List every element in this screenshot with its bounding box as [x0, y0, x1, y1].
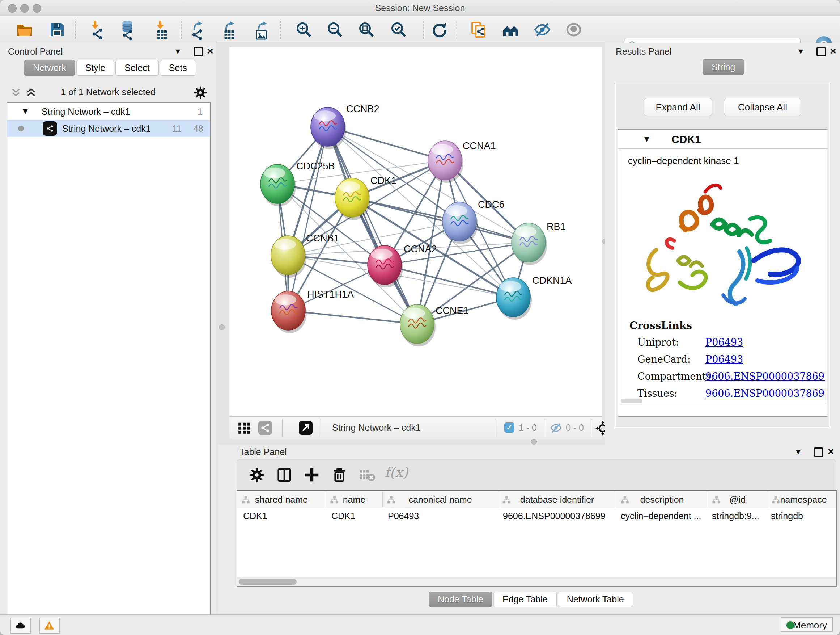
cell--id[interactable]: stringdb:9... [706, 508, 765, 524]
cloud-button[interactable] [10, 618, 31, 633]
cell-description[interactable]: cyclin–dependent ... [615, 508, 706, 524]
detach-view-icon[interactable] [299, 421, 313, 435]
network-edge-HIST1H1A-CCNE1[interactable] [288, 310, 417, 324]
string-home-icon[interactable] [502, 21, 519, 38]
import-database-arrow-icon[interactable] [122, 29, 134, 41]
column-header-database-identifier[interactable]: database identifier [498, 491, 616, 508]
tab-network-table[interactable]: Network Table [558, 592, 633, 607]
cell-name[interactable]: CDK1 [325, 508, 382, 524]
table-row[interactable]: CDK1CDK1P064939606.ENSP00000378699cyclin… [237, 508, 837, 524]
crosslink-label: Tissues: [638, 388, 677, 399]
network-row[interactable]: String Network – cdk1 11 48 [7, 120, 210, 137]
cell-canonical-name[interactable]: P06493 [382, 508, 497, 524]
tab-select[interactable]: Select [115, 60, 158, 76]
results-panel: Results Panel ▾ × String Expand All Coll… [605, 43, 840, 445]
gene-expander-icon[interactable]: ▼ [643, 134, 651, 144]
table-panel-menu-icon[interactable]: ▾ [796, 446, 801, 457]
import-table-icon[interactable] [156, 28, 169, 41]
collapse-all-button[interactable]: Collapse All [724, 98, 801, 116]
crosslink-link[interactable]: 9606.ENSP00000378699 [706, 371, 825, 382]
duplicate-network-icon[interactable] [470, 21, 487, 38]
network-node-CDC6[interactable]: CDC6 [442, 199, 505, 244]
delete-column-icon[interactable] [331, 467, 347, 483]
tab-style[interactable]: Style [76, 60, 115, 76]
show-columns-icon[interactable] [276, 467, 293, 483]
control-panel-tabs: NetworkStyleSelectSets [24, 60, 196, 76]
network-collection-row[interactable]: ▼ String Network – cdk1 1 [7, 103, 210, 120]
network-canvas[interactable]: CCNB2CCNA1CDC25BCDK1CDC6RB1CCNB1CCNA2CDK… [229, 47, 602, 416]
table-gear-icon[interactable] [248, 467, 265, 483]
control-panel-menu-icon[interactable]: ▾ [175, 46, 180, 57]
grid-view-icon[interactable] [237, 421, 251, 435]
network-node-count: 11 [172, 124, 182, 134]
node-label-CDK1: CDK1 [370, 175, 396, 186]
column-header-shared-name[interactable]: shared name [237, 491, 326, 508]
network-node-CDKN1A[interactable]: CDKN1A [496, 275, 572, 320]
protein-structure-image [631, 176, 812, 317]
network-type-icon [43, 121, 57, 136]
network-node-HIST1H1A[interactable]: HIST1H1A [271, 289, 354, 333]
zoom-out-icon[interactable] [326, 21, 344, 38]
application-window: Session: New Session ? [0, 0, 840, 635]
control-panel-close-icon[interactable]: × [207, 46, 213, 56]
table-hscrollbar[interactable] [237, 577, 836, 586]
control-panel: Control Panel ▾ × NetworkStyleSelectSets… [0, 43, 216, 613]
network-node-RB1[interactable]: RB1 [512, 221, 566, 265]
results-panel-float-icon[interactable] [816, 47, 826, 57]
control-panel-float-icon[interactable] [194, 47, 203, 57]
tab-edge-table[interactable]: Edge Table [493, 592, 557, 607]
import-network-icon[interactable] [91, 27, 104, 41]
crosslink-link[interactable]: P06493 [706, 337, 743, 348]
add-column-icon[interactable] [303, 467, 320, 483]
results-scrollbar-thumb[interactable] [621, 399, 643, 403]
tab-node-table[interactable]: Node Table [429, 592, 493, 607]
gene-description: cyclin–dependent kinase 1 [628, 155, 739, 166]
save-session-icon[interactable] [49, 21, 66, 38]
open-session-icon[interactable] [16, 21, 33, 38]
network-status-dot-icon [18, 126, 24, 131]
column-header-canonical-name[interactable]: canonical name [383, 491, 498, 508]
collection-expander-icon[interactable]: ▼ [21, 106, 30, 116]
selected-checkbox-icon[interactable]: ✓ [504, 423, 515, 432]
column-header-name[interactable]: name [326, 491, 383, 508]
network-view-toolbar: String Network – cdk1 ✓ 1 - 0 0 - 0 [229, 416, 602, 439]
export-network-icon[interactable] [191, 28, 204, 41]
results-panel-close-icon[interactable]: × [830, 46, 836, 56]
hide-selected-icon[interactable] [534, 21, 551, 38]
refresh-icon[interactable] [430, 21, 447, 38]
table-hscrollbar-thumb[interactable] [239, 579, 297, 585]
table-panel-float-icon[interactable] [814, 448, 823, 457]
memory-button[interactable]: Memory [781, 617, 833, 632]
zoom-fit-icon[interactable] [358, 21, 375, 38]
column-header-description[interactable]: description [616, 491, 708, 508]
column-header--id[interactable]: @id [708, 491, 767, 508]
cell-database-identifier[interactable]: 9606.ENSP00000378699 [497, 508, 615, 524]
crosslink-link[interactable]: P06493 [706, 354, 743, 365]
network-node-CDK1[interactable]: CDK1 [335, 175, 396, 220]
network-badge-icon[interactable] [258, 421, 272, 435]
bottom-splitter-handle[interactable] [531, 439, 537, 445]
cell-shared-name[interactable]: CDK1 [237, 508, 325, 524]
tab-string[interactable]: String [703, 59, 744, 75]
tab-network[interactable]: Network [24, 60, 75, 76]
network-options-gear-icon[interactable] [193, 86, 208, 100]
cell-namespace[interactable]: stringdb [765, 508, 837, 524]
crosslink-link[interactable]: 9606.ENSP00000378699 [706, 388, 825, 399]
gene-section-header[interactable]: ▼ CDK1 [618, 130, 827, 149]
left-splitter-handle[interactable] [219, 325, 225, 330]
network-edge-CCNB2-HIST1H1A[interactable] [288, 127, 328, 310]
memory-status-icon [786, 621, 794, 629]
tab-sets[interactable]: Sets [160, 60, 196, 76]
node-label-CDC6: CDC6 [478, 199, 505, 210]
table-panel-close-icon[interactable]: × [828, 447, 834, 456]
zoom-in-icon[interactable] [295, 21, 313, 38]
node-label-CDKN1A: CDKN1A [532, 275, 572, 286]
network-selected-text: 1 of 1 Network selected [6, 87, 210, 97]
warnings-button[interactable] [39, 618, 60, 633]
expand-all-button[interactable]: Expand All [644, 98, 712, 116]
zoom-selected-icon[interactable] [390, 21, 407, 38]
export-image-icon[interactable] [255, 28, 268, 41]
results-panel-menu-icon[interactable]: ▾ [798, 46, 803, 57]
export-table-icon[interactable] [223, 28, 236, 41]
column-header-namespace[interactable]: namespace [767, 491, 837, 508]
